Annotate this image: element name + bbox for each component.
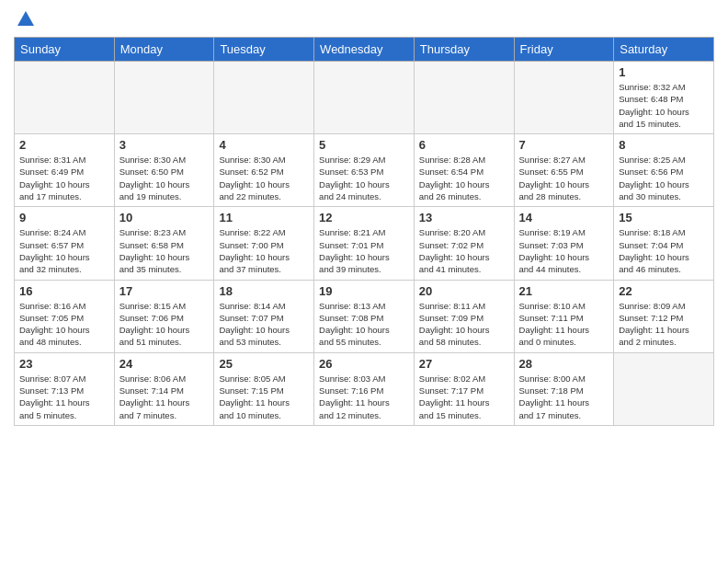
day-number: 2 <box>19 138 109 152</box>
calendar-cell: 9Sunrise: 8:24 AM Sunset: 6:57 PM Daylig… <box>15 207 115 280</box>
day-number: 3 <box>119 138 210 152</box>
day-detail: Sunrise: 8:31 AM Sunset: 6:49 PM Dayligh… <box>19 154 109 202</box>
day-detail: Sunrise: 8:27 AM Sunset: 6:55 PM Dayligh… <box>519 154 609 202</box>
day-detail: Sunrise: 8:14 AM Sunset: 7:07 PM Dayligh… <box>219 300 309 349</box>
day-number: 13 <box>419 211 509 224</box>
weekday-header-sunday: Sunday <box>15 38 115 62</box>
calendar-cell: 23Sunrise: 8:07 AM Sunset: 7:13 PM Dayli… <box>15 352 115 425</box>
day-detail: Sunrise: 8:19 AM Sunset: 7:03 PM Dayligh… <box>519 226 609 275</box>
day-detail: Sunrise: 8:11 AM Sunset: 7:09 PM Dayligh… <box>419 300 509 349</box>
weekday-header-friday: Friday <box>514 38 614 62</box>
calendar-header-row: SundayMondayTuesdayWednesdayThursdayFrid… <box>15 38 714 62</box>
calendar-cell: 20Sunrise: 8:11 AM Sunset: 7:09 PM Dayli… <box>414 280 514 352</box>
calendar-cell: 19Sunrise: 8:13 AM Sunset: 7:08 PM Dayli… <box>314 280 415 352</box>
day-number: 19 <box>319 284 409 298</box>
day-number: 4 <box>219 138 309 152</box>
calendar-cell: 5Sunrise: 8:29 AM Sunset: 6:53 PM Daylig… <box>314 134 415 207</box>
calendar-week-3: 9Sunrise: 8:24 AM Sunset: 6:57 PM Daylig… <box>15 207 714 280</box>
day-number: 1 <box>619 65 709 79</box>
day-detail: Sunrise: 8:25 AM Sunset: 6:56 PM Dayligh… <box>619 154 709 202</box>
calendar-week-1: 1Sunrise: 8:32 AM Sunset: 6:48 PM Daylig… <box>15 62 714 134</box>
day-number: 24 <box>119 357 210 371</box>
calendar-cell: 17Sunrise: 8:15 AM Sunset: 7:06 PM Dayli… <box>114 280 214 352</box>
day-number: 27 <box>419 357 509 371</box>
day-detail: Sunrise: 8:21 AM Sunset: 7:01 PM Dayligh… <box>319 226 409 275</box>
day-number: 26 <box>319 357 409 371</box>
day-detail: Sunrise: 8:13 AM Sunset: 7:08 PM Dayligh… <box>319 300 409 349</box>
weekday-header-monday: Monday <box>114 38 214 62</box>
calendar-cell: 6Sunrise: 8:28 AM Sunset: 6:54 PM Daylig… <box>414 134 514 207</box>
day-detail: Sunrise: 8:23 AM Sunset: 6:58 PM Dayligh… <box>119 226 210 275</box>
day-detail: Sunrise: 8:15 AM Sunset: 7:06 PM Dayligh… <box>119 300 210 349</box>
day-number: 15 <box>619 211 709 224</box>
day-detail: Sunrise: 8:22 AM Sunset: 7:00 PM Dayligh… <box>219 226 309 275</box>
day-number: 22 <box>619 284 709 298</box>
day-detail: Sunrise: 8:02 AM Sunset: 7:17 PM Dayligh… <box>419 373 509 421</box>
calendar-cell: 1Sunrise: 8:32 AM Sunset: 6:48 PM Daylig… <box>614 62 714 134</box>
calendar-cell <box>114 62 214 134</box>
calendar-cell: 10Sunrise: 8:23 AM Sunset: 6:58 PM Dayli… <box>114 207 214 280</box>
calendar-cell: 15Sunrise: 8:18 AM Sunset: 7:04 PM Dayli… <box>614 207 714 280</box>
calendar-week-4: 16Sunrise: 8:16 AM Sunset: 7:05 PM Dayli… <box>15 280 714 352</box>
page-container: SundayMondayTuesdayWednesdayThursdayFrid… <box>0 0 728 435</box>
day-detail: Sunrise: 8:18 AM Sunset: 7:04 PM Dayligh… <box>619 226 709 275</box>
day-detail: Sunrise: 8:03 AM Sunset: 7:16 PM Dayligh… <box>319 373 409 421</box>
calendar-cell: 16Sunrise: 8:16 AM Sunset: 7:05 PM Dayli… <box>15 280 115 352</box>
calendar-cell: 12Sunrise: 8:21 AM Sunset: 7:01 PM Dayli… <box>314 207 415 280</box>
calendar-cell: 18Sunrise: 8:14 AM Sunset: 7:07 PM Dayli… <box>214 280 314 352</box>
day-detail: Sunrise: 8:30 AM Sunset: 6:52 PM Dayligh… <box>219 154 309 202</box>
calendar-cell: 28Sunrise: 8:00 AM Sunset: 7:18 PM Dayli… <box>514 352 614 425</box>
day-number: 7 <box>519 138 609 152</box>
day-number: 16 <box>19 284 109 298</box>
calendar-body: 1Sunrise: 8:32 AM Sunset: 6:48 PM Daylig… <box>15 62 714 426</box>
calendar-cell <box>614 352 714 425</box>
calendar-cell: 11Sunrise: 8:22 AM Sunset: 7:00 PM Dayli… <box>214 207 314 280</box>
weekday-header-thursday: Thursday <box>414 38 514 62</box>
header <box>14 9 714 29</box>
day-detail: Sunrise: 8:09 AM Sunset: 7:12 PM Dayligh… <box>619 300 709 349</box>
day-number: 12 <box>319 211 409 224</box>
calendar-cell: 22Sunrise: 8:09 AM Sunset: 7:12 PM Dayli… <box>614 280 714 352</box>
day-detail: Sunrise: 8:32 AM Sunset: 6:48 PM Dayligh… <box>619 81 709 130</box>
weekday-header-wednesday: Wednesday <box>314 38 415 62</box>
calendar-cell <box>314 62 415 134</box>
calendar-cell: 3Sunrise: 8:30 AM Sunset: 6:50 PM Daylig… <box>114 134 214 207</box>
calendar-cell <box>514 62 614 134</box>
day-number: 23 <box>19 357 109 371</box>
day-detail: Sunrise: 8:16 AM Sunset: 7:05 PM Dayligh… <box>19 300 109 349</box>
day-detail: Sunrise: 8:06 AM Sunset: 7:14 PM Dayligh… <box>119 373 210 421</box>
calendar-week-5: 23Sunrise: 8:07 AM Sunset: 7:13 PM Dayli… <box>15 352 714 425</box>
day-number: 21 <box>519 284 609 298</box>
calendar-cell: 14Sunrise: 8:19 AM Sunset: 7:03 PM Dayli… <box>514 207 614 280</box>
day-detail: Sunrise: 8:10 AM Sunset: 7:11 PM Dayligh… <box>519 300 609 349</box>
day-detail: Sunrise: 8:00 AM Sunset: 7:18 PM Dayligh… <box>519 373 609 421</box>
day-detail: Sunrise: 8:24 AM Sunset: 6:57 PM Dayligh… <box>19 226 109 275</box>
day-number: 18 <box>219 284 309 298</box>
day-detail: Sunrise: 8:20 AM Sunset: 7:02 PM Dayligh… <box>419 226 509 275</box>
day-number: 11 <box>219 211 309 224</box>
day-number: 17 <box>119 284 210 298</box>
day-detail: Sunrise: 8:07 AM Sunset: 7:13 PM Dayligh… <box>19 373 109 421</box>
day-number: 6 <box>419 138 509 152</box>
day-number: 20 <box>419 284 509 298</box>
logo <box>14 9 38 29</box>
day-number: 10 <box>119 211 210 224</box>
calendar-cell: 25Sunrise: 8:05 AM Sunset: 7:15 PM Dayli… <box>214 352 314 425</box>
day-number: 5 <box>319 138 409 152</box>
calendar-week-2: 2Sunrise: 8:31 AM Sunset: 6:49 PM Daylig… <box>15 134 714 207</box>
calendar-cell: 7Sunrise: 8:27 AM Sunset: 6:55 PM Daylig… <box>514 134 614 207</box>
day-number: 28 <box>519 357 609 371</box>
day-detail: Sunrise: 8:29 AM Sunset: 6:53 PM Dayligh… <box>319 154 409 202</box>
day-detail: Sunrise: 8:28 AM Sunset: 6:54 PM Dayligh… <box>419 154 509 202</box>
calendar-cell: 26Sunrise: 8:03 AM Sunset: 7:16 PM Dayli… <box>314 352 415 425</box>
day-number: 9 <box>19 211 109 224</box>
calendar-cell <box>414 62 514 134</box>
calendar-cell: 4Sunrise: 8:30 AM Sunset: 6:52 PM Daylig… <box>214 134 314 207</box>
calendar-cell: 13Sunrise: 8:20 AM Sunset: 7:02 PM Dayli… <box>414 207 514 280</box>
day-number: 8 <box>619 138 709 152</box>
calendar-table: SundayMondayTuesdayWednesdayThursdayFrid… <box>14 37 714 426</box>
calendar-cell: 2Sunrise: 8:31 AM Sunset: 6:49 PM Daylig… <box>15 134 115 207</box>
svg-marker-0 <box>17 11 34 26</box>
weekday-header-saturday: Saturday <box>614 38 714 62</box>
calendar-cell: 8Sunrise: 8:25 AM Sunset: 6:56 PM Daylig… <box>614 134 714 207</box>
